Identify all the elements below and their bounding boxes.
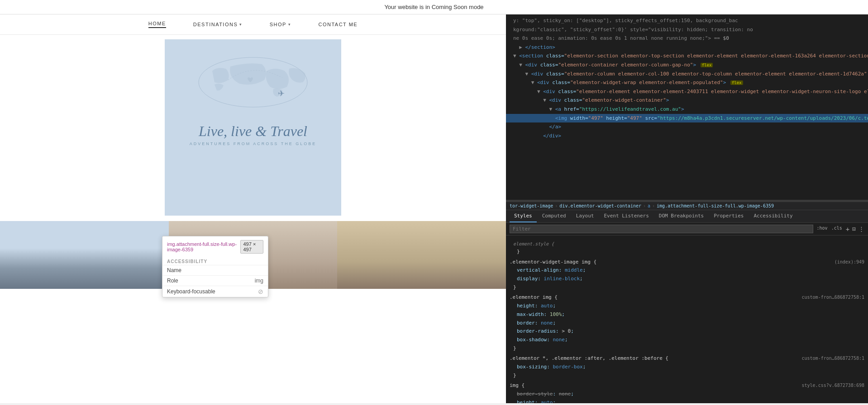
nav-home-label: HOME <box>148 21 166 26</box>
tooltip-accessibility-title: ACCESSIBILITY <box>162 257 268 265</box>
html-line: </div> <box>506 132 868 141</box>
chevron-down-icon-2: ▾ <box>288 22 291 27</box>
plane-icon: ✈ <box>278 89 285 99</box>
hov-label[interactable]: :hov <box>817 226 828 233</box>
html-line-selected: <img width="497" height="497" src="https… <box>506 114 868 123</box>
tooltip-popup: img.attachment-full.size-full.wp-image-6… <box>162 236 268 297</box>
html-line: y: "top", sticky_on: ["desktop"], sticky… <box>506 16 868 25</box>
hero-image: ✈ Live, live & Travel ADVENTURES FROM AC… <box>165 39 341 216</box>
style-source-4: style.css?v.6872738:698 <box>802 381 864 390</box>
html-line: ▶ </section> <box>506 43 868 52</box>
style-prop-max-width: max-width: 100%; <box>510 311 864 319</box>
tooltip-class-text: img.attachment-full.size-full.wp-image-6… <box>167 241 240 252</box>
bottom-image-right <box>337 221 506 289</box>
devtools-breadcrumb: tor-widget-image › div.elementor-widget-… <box>506 202 868 210</box>
style-selector-4: img { <box>510 381 525 390</box>
nav-destinations-label: DESTINATIONS <box>193 22 238 27</box>
style-source-2: custom-fron…686872758:1 <box>802 293 864 302</box>
tooltip-keyboard-label: Keyboard-focusable <box>167 288 215 295</box>
tooltip-role-value: img <box>255 278 263 284</box>
style-prop-border-radius: border-radius: > 0; <box>510 327 864 336</box>
nav-item-shop[interactable]: SHOP ▾ <box>270 22 291 27</box>
breadcrumb-a[interactable]: a <box>648 203 650 208</box>
copy-style-icon[interactable]: ⊡ <box>852 226 856 233</box>
html-line: ▼ <div class="elementor-widget-wrap elem… <box>506 78 868 87</box>
more-style-icon[interactable]: ⋮ <box>858 226 864 233</box>
nav-item-destinations[interactable]: DESTINATIONS ▾ <box>193 22 243 27</box>
style-source-1: (index):949 <box>835 258 864 267</box>
style-source-3: custom-fron…686872758:1 <box>802 354 864 363</box>
style-prop-height: height: auto; <box>510 302 864 311</box>
html-line: kground:"classic", "sticky_offset":0}' s… <box>506 25 868 34</box>
add-style-icon[interactable]: + <box>846 226 849 233</box>
world-map-icon <box>194 53 312 112</box>
top-bar-message: Your website is in Coming Soon mode <box>384 4 483 10</box>
style-prop-vertical-align: vertical-align: middle; <box>510 266 864 275</box>
html-line: ▼ <div class="elementor-widget-container… <box>506 96 868 105</box>
site-preview: HOME DESTINATIONS ▾ SHOP ▾ CONTACT ME <box>0 14 506 403</box>
tooltip-row-role: Role img <box>162 275 268 286</box>
nav-item-home[interactable]: HOME <box>148 21 166 28</box>
breadcrumb-container[interactable]: div.elementor-widget-container <box>559 203 641 208</box>
hero-tagline: ADVENTURES FROM ACROSS THE GLOBE <box>190 141 316 146</box>
filter-input[interactable] <box>510 225 813 233</box>
style-prop-box-shadow: box-shadow: none; <box>510 336 864 344</box>
html-source-area: y: "top", sticky_on: ["desktop"], sticky… <box>506 14 868 200</box>
style-rule-elementor-img: .elementor img { custom-fron…686872758:1… <box>506 292 868 353</box>
hero-section: ✈ Live, live & Travel ADVENTURES FROM AC… <box>0 35 506 220</box>
devtools-panel: y: "top", sticky_on: ["desktop"], sticky… <box>506 14 868 403</box>
tab-accessibility[interactable]: Accessibility <box>749 210 797 222</box>
bottom-image-left <box>0 221 169 289</box>
chevron-down-icon: ▾ <box>239 22 243 27</box>
top-bar: Your website is in Coming Soon mode <box>0 0 868 14</box>
nav-contact-label: CONTACT ME <box>318 22 358 27</box>
tab-properties[interactable]: Properties <box>709 210 748 222</box>
html-line: ▼ <div class="elementor-element elemento… <box>506 87 868 96</box>
tab-styles[interactable]: Styles <box>510 210 537 222</box>
snowy-house-image <box>0 221 169 289</box>
breadcrumb-widget[interactable]: tor-widget-image <box>510 203 553 208</box>
cls-label[interactable]: .cls <box>831 226 842 233</box>
html-line: ▼ <div class="elementor-column elementor… <box>506 70 868 79</box>
tooltip-size-badge: 497 × 497 <box>240 240 264 254</box>
breadcrumb-img[interactable]: img.attachment-full-size-full.wp-image-6… <box>657 203 774 208</box>
html-line: ▼ <section class="elementor-section elem… <box>506 52 868 61</box>
html-line: ne 0s ease 0s; animation: 0s ease 0s 1 n… <box>506 34 868 43</box>
tab-dom-breakpoints[interactable]: DOM Breakpoints <box>654 210 708 222</box>
style-rule-widget-image: .elementor-widget-image img { (index):94… <box>506 257 868 293</box>
nav-item-contact[interactable]: CONTACT ME <box>318 22 358 27</box>
style-prop-display: display: inline-block; <box>510 275 864 283</box>
style-rule-img: img { style.css?v.6872738:698 border-sty… <box>506 381 868 403</box>
element-style-close: } <box>510 248 864 256</box>
style-prop-height2: height: auto; <box>510 399 864 403</box>
element-style-label: element.style { <box>510 238 864 248</box>
element-style-rule: element.style { } <box>506 237 868 257</box>
tab-event-listeners[interactable]: Event Listeners <box>599 210 653 222</box>
site-nav: HOME DESTINATIONS ▾ SHOP ▾ CONTACT ME <box>0 14 506 35</box>
devtools-tabs-bar: Styles Computed Layout Event Listeners D… <box>506 210 868 223</box>
hero-logo-text: Live, live & Travel <box>199 123 307 140</box>
style-selector-1: .elementor-widget-image img { <box>510 258 596 267</box>
style-rule-elementor-all: .elementor *, .elementor :after, .elemen… <box>506 353 868 381</box>
style-prop-box-sizing: box-sizing: border-box; <box>510 363 864 372</box>
devtools-styles-area: element.style { } .elementor-widget-imag… <box>506 235 868 403</box>
style-prop-border-style: border-style: none; <box>510 390 864 399</box>
html-line: </a> <box>506 122 868 132</box>
nav-shop-label: SHOP <box>270 22 286 27</box>
html-line: ▼ <a href="https://livelifeandtravel.com… <box>506 105 868 114</box>
style-selector-2: .elementor img { <box>510 293 558 302</box>
hover-cls-buttons: :hov .cls + ⊡ ⋮ <box>817 226 864 233</box>
tab-layout[interactable]: Layout <box>572 210 599 222</box>
style-selector-3: .elementor *, .elementor :after, .elemen… <box>510 354 668 363</box>
tooltip-row-name: Name <box>162 265 268 275</box>
person-with-hat-image <box>337 221 506 289</box>
tab-computed[interactable]: Computed <box>538 210 571 222</box>
tooltip-name-label: Name <box>167 267 181 273</box>
html-line: ▼ <div class="elementor-container elemen… <box>506 61 868 70</box>
tooltip-header: img.attachment-full.size-full.wp-image-6… <box>162 236 268 257</box>
tooltip-row-keyboard: Keyboard-focusable ⊘ <box>162 286 268 297</box>
tooltip-role-label: Role <box>167 278 178 284</box>
block-icon: ⊘ <box>258 288 263 295</box>
devtools-filter-bar: :hov .cls + ⊡ ⋮ <box>506 223 868 235</box>
style-prop-border: border: none; <box>510 319 864 328</box>
